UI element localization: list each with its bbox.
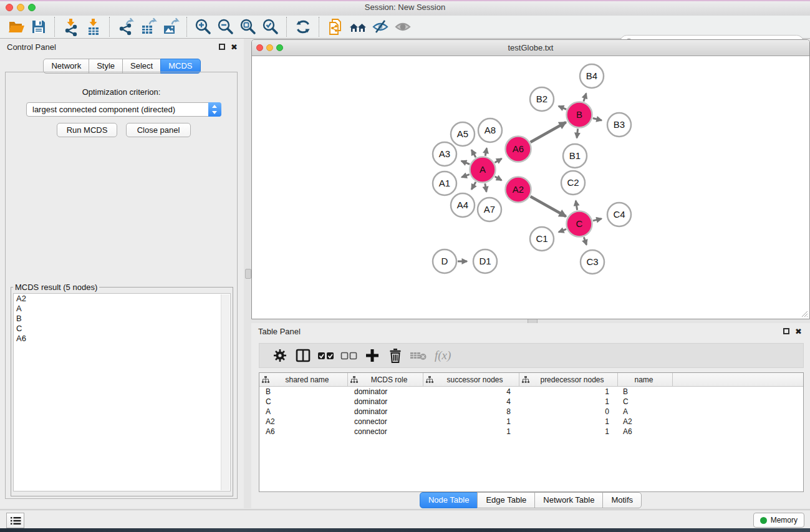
run-mcds-button[interactable]: Run MCDS <box>57 123 117 137</box>
graph-node-A[interactable]: A <box>470 157 496 183</box>
table-settings-button[interactable] <box>268 346 291 365</box>
table-cell[interactable]: A6 <box>618 427 673 436</box>
refresh-view-button[interactable] <box>292 17 314 37</box>
show-all-button[interactable] <box>392 17 414 37</box>
table-cell[interactable]: 1 <box>423 427 519 436</box>
dropdown-stepper-icon[interactable] <box>208 102 221 117</box>
graph-edge-A-A1[interactable] <box>461 175 470 178</box>
export-table-button[interactable] <box>137 17 160 37</box>
graph-edge-C-C3[interactable] <box>584 237 586 244</box>
close-panel-icon[interactable]: ✖ <box>795 328 802 336</box>
table-cell[interactable]: dominator <box>348 407 423 416</box>
graph-node-A1[interactable]: A1 <box>433 172 456 195</box>
tab-motifs[interactable]: Motifs <box>602 492 642 508</box>
table-cell[interactable]: A2 <box>259 417 348 426</box>
graph-edge-B-B2[interactable] <box>559 106 566 109</box>
column-header-predecessor-nodes[interactable]: predecessor nodes <box>519 373 618 386</box>
graph-node-B[interactable]: B <box>567 102 592 128</box>
graph-node-C1[interactable]: C1 <box>530 227 554 251</box>
mcds-result-list[interactable]: A2ABCA6 <box>13 293 231 491</box>
table-cell[interactable]: 1 <box>519 387 618 396</box>
table-row[interactable]: Adominator80A <box>259 407 803 417</box>
show-tasks-button[interactable] <box>6 513 24 528</box>
result-list-scrollbar[interactable] <box>221 294 229 490</box>
table-cell[interactable]: 4 <box>423 387 519 396</box>
table-cell[interactable]: 4 <box>423 397 519 406</box>
table-cell[interactable]: A <box>618 407 673 416</box>
graph-node-C3[interactable]: C3 <box>581 250 604 274</box>
graph-edge-B-B3[interactable] <box>593 118 602 120</box>
graph-edge-A-A2[interactable] <box>495 177 502 180</box>
column-header-successor-nodes[interactable]: successor nodes <box>423 373 519 386</box>
memory-status-button[interactable]: Memory <box>753 513 804 528</box>
graph-edge-A-A8[interactable] <box>485 148 486 155</box>
graph-node-D1[interactable]: D1 <box>473 249 497 273</box>
select-all-button[interactable] <box>314 346 337 365</box>
graph-node-B3[interactable]: B3 <box>607 113 631 137</box>
graph-edge-B-B4[interactable] <box>584 94 586 102</box>
table-cell[interactable]: connector <box>348 417 423 426</box>
table-cell[interactable]: connector <box>348 427 423 436</box>
graph-node-A5[interactable]: A5 <box>451 122 475 146</box>
table-cell[interactable]: 1 <box>519 427 618 436</box>
hide-selected-button[interactable] <box>369 17 392 37</box>
table-cell[interactable]: C <box>259 397 348 406</box>
column-header-shared-name[interactable]: shared name <box>259 373 348 386</box>
tab-network-table[interactable]: Network Table <box>534 492 603 508</box>
table-cell[interactable]: C <box>618 397 673 406</box>
graph-edge-A-A6[interactable] <box>494 158 501 162</box>
table-cell[interactable]: 0 <box>519 407 618 416</box>
import-table-button[interactable] <box>82 17 105 37</box>
delete-table-button[interactable] <box>407 346 430 365</box>
split-table-button[interactable] <box>291 346 314 365</box>
graph-edge-C-C1[interactable] <box>559 229 566 232</box>
graph-node-A3[interactable]: A3 <box>433 142 456 166</box>
graph-node-A4[interactable]: A4 <box>451 193 475 217</box>
graph-node-C2[interactable]: C2 <box>561 171 585 195</box>
graph-node-B4[interactable]: B4 <box>580 64 604 88</box>
graph-node-B1[interactable]: B1 <box>563 144 587 168</box>
zoom-fit-button[interactable] <box>237 17 259 37</box>
graph-node-B2[interactable]: B2 <box>530 87 554 111</box>
table-cell[interactable]: A6 <box>259 427 348 436</box>
network-window-titlebar[interactable]: testGlobe.txt <box>252 40 809 56</box>
import-network-button[interactable] <box>60 17 82 37</box>
delete-columns-button[interactable] <box>383 346 407 365</box>
graph-node-A7[interactable]: A7 <box>478 198 501 221</box>
tab-node-table[interactable]: Node Table <box>420 492 478 508</box>
table-cell[interactable]: A2 <box>618 417 673 426</box>
node-table[interactable]: shared nameMCDS rolesuccessor nodesprede… <box>259 372 804 492</box>
result-list-item[interactable]: C <box>14 324 230 334</box>
graph-node-A8[interactable]: A8 <box>478 118 502 142</box>
graph-edge-A6-B[interactable] <box>531 122 566 142</box>
table-cell[interactable]: A <box>259 407 348 416</box>
graph-edge-A2-C[interactable] <box>531 196 566 216</box>
graph-edge-C-C4[interactable] <box>593 219 602 221</box>
network-canvas[interactable]: B4B2BB3A5A8A6B1A3AC2A1A2A4A7C4CC1C3DD1 <box>253 56 809 319</box>
graph-node-A6[interactable]: A6 <box>506 137 531 162</box>
table-cell[interactable]: 8 <box>423 407 519 416</box>
float-panel-icon[interactable] <box>783 328 789 334</box>
table-row[interactable]: Bdominator41B <box>259 387 803 397</box>
graph-edge-A-A5[interactable] <box>471 150 476 157</box>
result-list-item[interactable]: A2 <box>14 294 230 304</box>
open-session-button[interactable] <box>5 17 27 37</box>
graph-edge-A-A7[interactable] <box>485 183 486 191</box>
export-image-button[interactable] <box>160 17 182 37</box>
table-cell[interactable]: 1 <box>519 397 618 406</box>
optimization-criterion-dropdown[interactable]: largest connected component (directed) <box>26 102 221 117</box>
result-list-item[interactable]: B <box>14 314 230 324</box>
table-cell[interactable]: B <box>259 387 348 396</box>
export-network-button[interactable] <box>115 17 137 37</box>
graph-edge-A-A3[interactable] <box>461 161 470 164</box>
table-cell[interactable]: dominator <box>348 387 423 396</box>
zoom-in-button[interactable] <box>192 17 215 37</box>
vertical-splitter[interactable] <box>244 39 251 508</box>
first-neighbors-button[interactable] <box>347 17 369 37</box>
close-panel-button[interactable]: Close panel <box>126 123 191 137</box>
table-row[interactable]: A6connector11A6 <box>259 427 803 437</box>
zoom-selected-button[interactable] <box>259 17 282 37</box>
new-network-from-selection-button[interactable] <box>324 17 347 37</box>
deselect-all-button[interactable] <box>337 346 360 365</box>
tab-edge-table[interactable]: Edge Table <box>477 492 535 508</box>
